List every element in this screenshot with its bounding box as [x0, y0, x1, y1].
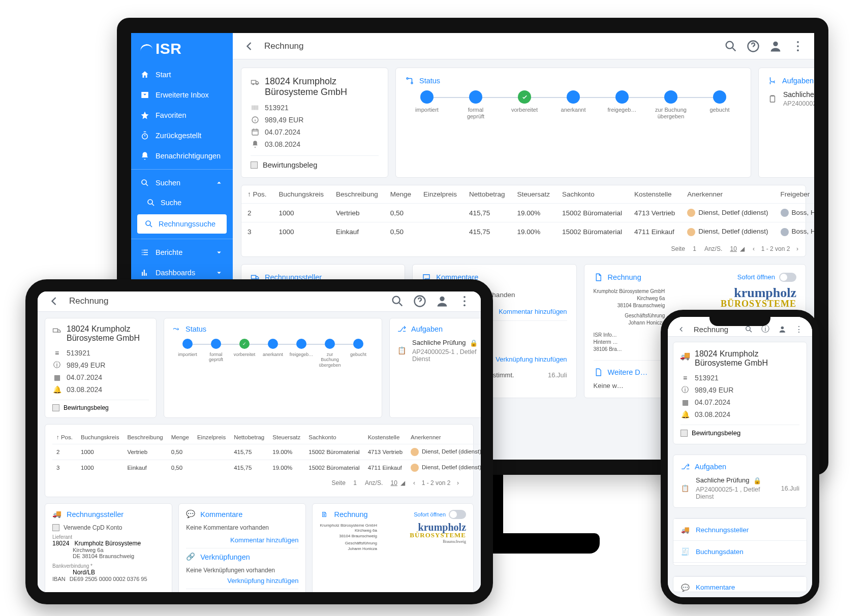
col-an[interactable]: Anerkenner: [681, 185, 774, 204]
col-besch[interactable]: Beschreibung: [330, 185, 384, 204]
preview-brand2: BÜROSYSTEME: [721, 299, 796, 309]
clipboard-icon: 📋: [681, 484, 690, 493]
list-item[interactable]: ☰Buchungspositionen: [673, 562, 807, 565]
comments-card: 💬Kommentare Keine Kommentare vorhanden K…: [178, 503, 306, 592]
card-title: Rechnungssteller: [67, 510, 123, 518]
account-button[interactable]: [778, 322, 787, 336]
sidebar-item-favorites[interactable]: Favoriten: [131, 105, 233, 125]
sidebar-group-search[interactable]: Suchen: [131, 173, 233, 193]
svg-rect-26: [53, 329, 58, 332]
list-item[interactable]: 🧾Buchungsdaten: [673, 540, 807, 562]
phone-frame: Rechnung ⓘ ⋮ 🚚 18024 Krumpholz Bürosyste…: [661, 310, 819, 604]
hospitality-checkbox[interactable]: [251, 161, 258, 169]
sidebar-item-notifications[interactable]: Benachrichtigungen: [131, 146, 233, 166]
pagination: Seite 1 Anz/S. 10 ◢ ‹ 1 - 2 von 2 ›: [52, 475, 466, 491]
more-button[interactable]: ⋮: [794, 322, 803, 336]
list-item[interactable]: 🚚Rechnungssteller: [673, 518, 807, 540]
amount: 989,49 EUR: [265, 116, 303, 124]
col-menge[interactable]: Menge: [384, 185, 417, 204]
branch-icon: [768, 76, 777, 85]
hospitality-checkbox[interactable]: [52, 404, 59, 411]
col-bk[interactable]: Buchungskreis: [273, 185, 330, 204]
card-title: Aufgaben: [695, 463, 726, 471]
status-label: anerkannt: [561, 107, 586, 113]
perpage-select[interactable]: 10: [391, 479, 397, 487]
account-button[interactable]: [768, 39, 783, 53]
sidebar-item-inbox[interactable]: Erweiterte Inbox: [131, 85, 233, 105]
status-step[interactable]: zur Buchung übergeben: [319, 339, 341, 368]
status-step[interactable]: freigegeb…: [290, 339, 313, 357]
table-row[interactable]: 31000Einkauf 0,50415,7519.00% 15002 Büro…: [52, 460, 481, 475]
col-sk[interactable]: Sachkonto: [556, 185, 628, 204]
status-card: Status importiert formal geprüft vorbere…: [395, 68, 751, 178]
recip-line: ISR Info…: [594, 332, 665, 339]
search-icon: [144, 219, 153, 229]
status-step[interactable]: zur Buchung übergeben: [654, 90, 688, 119]
status-step[interactable]: importiert: [176, 339, 199, 357]
table-row[interactable]: 21000Vertrieb 0,50415,7519.00% 15002 Bür…: [52, 444, 481, 460]
status-step[interactable]: vorbereitet: [508, 90, 541, 113]
back-button[interactable]: [677, 322, 686, 336]
help-button[interactable]: [746, 39, 760, 53]
task-item[interactable]: 📋 Sachliche Prüfung 🔒 AP24000025-1 , Det…: [681, 476, 799, 500]
back-button[interactable]: [242, 39, 256, 53]
status-step[interactable]: freigegeb…: [605, 90, 639, 113]
vendor-title: 18024 Krumpholz Bürosysteme GmbH: [67, 325, 149, 343]
svg-rect-14: [252, 129, 258, 135]
task-item[interactable]: Sachliche Prüfung AP24000025-1 , Detlef …: [768, 90, 814, 107]
account-button[interactable]: [435, 294, 449, 308]
list-item[interactable]: 💬Kommentare: [673, 576, 807, 592]
more-button[interactable]: [791, 39, 805, 53]
search-button[interactable]: [390, 294, 405, 308]
status-card: ⤳Status importiert formal geprüft ✓vorbe…: [164, 318, 382, 418]
sidebar-item-berichte[interactable]: Berichte: [131, 242, 233, 263]
link-icon: 🔗: [186, 553, 195, 562]
sender-line: 38104 Braunschweig: [594, 302, 665, 309]
status-label: formal geprüft: [459, 107, 492, 119]
status-step[interactable]: anerkannt: [262, 339, 284, 357]
svg-point-7: [797, 41, 799, 43]
help-button[interactable]: [413, 294, 427, 308]
invoice-preview-card: 🗎Rechnung Sofort öffnen Krumpholz Bürosy…: [312, 503, 474, 592]
col-st[interactable]: Steuersatz: [511, 185, 556, 204]
add-comment-link[interactable]: Kommentar hinzufügen: [186, 536, 298, 544]
status-step[interactable]: anerkannt: [556, 90, 590, 113]
task-item[interactable]: 📋 Sachliche Prüfung 🔒 AP24000025-1 , Det…: [397, 339, 481, 363]
stopwatch-icon: [140, 131, 149, 140]
task-sub: AP24000025-1 , Detlef Dienst: [783, 100, 814, 107]
tasks-card: ⎇Aufgaben 📋 Sachliche Prüfung 🔒 AP240000…: [673, 455, 807, 508]
col-netto[interactable]: Nettobetrag: [463, 185, 511, 204]
search-button[interactable]: [724, 39, 738, 53]
more-button[interactable]: [457, 294, 472, 308]
branch-icon: ⎇: [397, 325, 406, 334]
sidebar-item-start[interactable]: Start: [131, 64, 233, 85]
card-title: Status: [419, 77, 440, 85]
status-step[interactable]: formal geprüft: [205, 339, 227, 363]
perpage-select[interactable]: 10: [730, 245, 737, 252]
status-step[interactable]: formal geprüft: [459, 90, 492, 119]
back-button[interactable]: [47, 294, 61, 308]
vendor-title: 18024 Krumpholz Bürosysteme GmbH: [695, 349, 799, 368]
sidebar-label: Suche: [161, 199, 181, 207]
cpd-checkbox[interactable]: [52, 524, 59, 531]
status-step[interactable]: gebucht: [347, 339, 369, 357]
col-pos[interactable]: Pos.: [241, 185, 273, 204]
hospitality-checkbox[interactable]: [681, 430, 688, 437]
calendar-icon: [251, 127, 260, 137]
sidebar-item-deferred[interactable]: Zurückgestellt: [131, 125, 233, 146]
search-icon: [140, 178, 149, 187]
col-ks[interactable]: Kostenstelle: [628, 185, 681, 204]
sidebar-item-rechnungssuche[interactable]: Rechnungssuche: [137, 214, 227, 234]
col-ep[interactable]: Einzelpreis: [417, 185, 463, 204]
status-step[interactable]: importiert: [410, 90, 444, 113]
open-now-toggle[interactable]: [449, 510, 466, 519]
open-now-toggle[interactable]: [779, 273, 796, 282]
col-fg[interactable]: Freigeber: [775, 185, 814, 204]
status-step[interactable]: gebucht: [703, 90, 736, 113]
sidebar-item-suche[interactable]: Suche: [131, 193, 233, 212]
table-row[interactable]: 31000Einkauf 0,50415,75 19.00%15002 Büro…: [241, 222, 814, 241]
table-row[interactable]: 21000Vertrieb 0,50415,75 19.00%15002 Bür…: [241, 204, 814, 222]
positions-table: Pos. Buchungskreis Beschreibung Menge Ei…: [45, 424, 474, 497]
status-step[interactable]: ✓vorbereitet: [233, 339, 256, 357]
add-link-link[interactable]: Verknüpfung hinzufügen: [186, 577, 298, 585]
